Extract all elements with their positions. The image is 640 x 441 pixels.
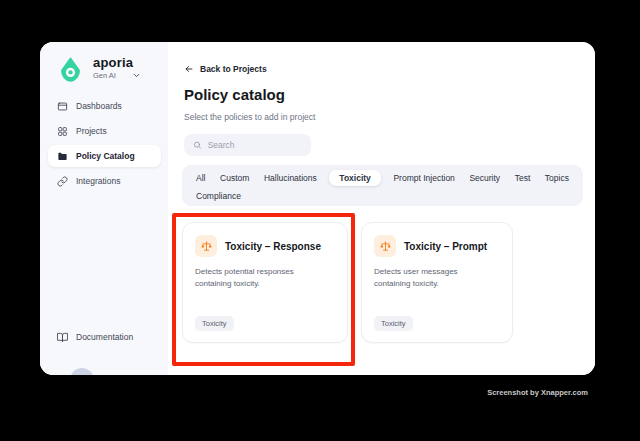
book-icon — [57, 332, 68, 343]
tabs-row-1: All Custom Hallucinations Toxicity Promp… — [194, 169, 571, 187]
tabs-row-2: Compliance — [194, 188, 571, 204]
policy-card-title: Toxicity – Response — [225, 241, 321, 252]
policy-tag-badge: Toxicity — [374, 316, 413, 331]
brand-block: aporia Gen AI — [57, 56, 141, 87]
policy-card-toxicity-prompt[interactable]: Toxicity – Prompt Detects user messages … — [361, 222, 513, 343]
sidebar-item-label: Policy Catalog — [76, 151, 135, 161]
policy-card-description: Detects potential responses containing t… — [195, 266, 335, 290]
back-to-projects-link[interactable]: Back to Projects — [184, 64, 267, 74]
page-title: Policy catalog — [184, 86, 285, 103]
link-icon — [57, 176, 68, 187]
scales-icon — [374, 235, 396, 257]
screenshot-stage: aporia Gen AI Dashboards — [0, 0, 640, 441]
card-header: Toxicity – Response — [195, 235, 335, 257]
scales-icon — [195, 235, 217, 257]
folder-icon — [57, 151, 68, 162]
sidebar-item-label: Documentation — [76, 332, 133, 342]
policy-card-description: Detects user messages containing toxicit… — [374, 266, 500, 290]
page-subtitle: Select the policies to add in project — [184, 112, 315, 122]
sidebar-item-label: Integrations — [76, 176, 120, 186]
policy-tag-badge: Toxicity — [195, 316, 234, 331]
policy-cards: Toxicity – Response Detects potential re… — [182, 222, 513, 343]
sidebar-item-projects[interactable]: Projects — [48, 120, 161, 142]
tab-security[interactable]: Security — [467, 170, 502, 186]
category-tabs: All Custom Hallucinations Toxicity Promp… — [182, 165, 583, 206]
watermark-text: Screenshot by Xnapper.com — [487, 388, 588, 397]
app-window: aporia Gen AI Dashboards — [40, 42, 595, 375]
search-box[interactable] — [184, 134, 311, 156]
sidebar-item-dashboards[interactable]: Dashboards — [48, 95, 161, 117]
policy-card-toxicity-response[interactable]: Toxicity – Response Detects potential re… — [182, 222, 348, 343]
sidebar-nav: Dashboards Projects Policy Catalog — [48, 95, 161, 195]
tab-prompt-injection[interactable]: Prompt Injection — [391, 170, 456, 186]
projects-icon — [57, 126, 68, 137]
sidebar-item-documentation[interactable]: Documentation — [48, 326, 161, 348]
arrow-left-icon — [184, 64, 194, 74]
avatar[interactable] — [70, 368, 94, 375]
sidebar-item-label: Projects — [76, 126, 107, 136]
aporia-logo-icon — [57, 56, 84, 87]
tab-topics[interactable]: Topics — [543, 170, 571, 186]
tab-test[interactable]: Test — [513, 170, 533, 186]
tab-custom[interactable]: Custom — [218, 170, 251, 186]
search-input[interactable] — [208, 140, 302, 150]
search-icon — [193, 140, 202, 150]
sidebar-footer: Documentation — [48, 326, 161, 351]
workspace-name: Gen AI — [93, 71, 116, 80]
tab-hallucinations[interactable]: Hallucinations — [262, 170, 319, 186]
workspace-selector[interactable]: Gen AI — [93, 71, 141, 80]
card-header: Toxicity – Prompt — [374, 235, 500, 257]
back-link-label: Back to Projects — [200, 64, 267, 74]
dashboards-icon — [57, 101, 68, 112]
brand-name: aporia — [93, 56, 141, 70]
chevron-down-icon — [132, 71, 141, 80]
sidebar-item-label: Dashboards — [76, 101, 122, 111]
sidebar-item-policy-catalog[interactable]: Policy Catalog — [48, 145, 161, 167]
sidebar-item-integrations[interactable]: Integrations — [48, 170, 161, 192]
main-content: Back to Projects Policy catalog Select t… — [168, 42, 595, 375]
tab-compliance[interactable]: Compliance — [194, 188, 243, 204]
tab-all[interactable]: All — [194, 170, 207, 186]
sidebar: aporia Gen AI Dashboards — [40, 42, 168, 375]
policy-card-title: Toxicity – Prompt — [404, 241, 487, 252]
tab-toxicity[interactable]: Toxicity — [329, 170, 381, 186]
